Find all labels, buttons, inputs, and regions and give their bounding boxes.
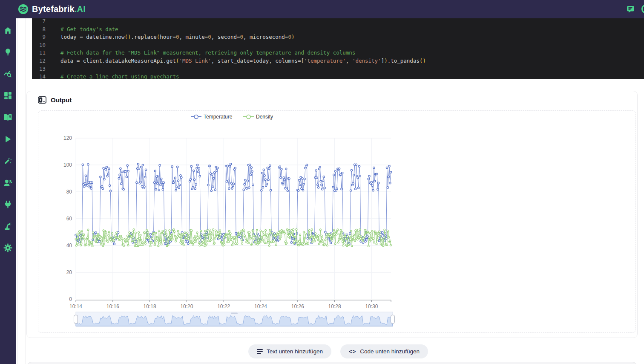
avatar[interactable] [641,4,644,14]
code-line[interactable]: 11# Fetch data for the "MDS Link" measur… [32,49,644,57]
app-window: Bytefabrik.AI [0,0,644,364]
add-code-button[interactable]: <> Code unten hinzufügen [340,344,428,358]
code-line[interactable]: 8# Get today's date [32,26,644,34]
code-line[interactable]: 7 [32,18,644,26]
svg-text:10:20: 10:20 [180,303,193,309]
text-lines-icon [257,349,263,354]
code-lines: 78# Get today's date9today = datetime.no… [32,18,644,79]
svg-text:10:24: 10:24 [254,303,267,309]
cell-border-line [17,18,18,364]
svg-text:10:22: 10:22 [217,303,230,309]
code-line[interactable]: 14# Create a line chart using pyecharts [32,73,644,79]
sidebar-item-home[interactable] [3,26,13,35]
svg-text:10:30: 10:30 [365,303,378,309]
datazoom-handle-left[interactable] [74,315,78,324]
code-line[interactable]: 9today = datetime.now().replace(hour=0, … [32,33,644,41]
chart-grid [76,138,391,299]
code-editor[interactable]: 78# Get today's date9today = datetime.no… [32,18,644,79]
svg-text:10:14: 10:14 [69,303,82,309]
svg-text:120: 120 [63,135,72,141]
add-code-label: Code unten hinzufügen [360,348,420,355]
sidebar-item-machines[interactable] [3,221,13,231]
logo[interactable]: Bytefabrik.AI [18,4,86,14]
sidebar-item-docs[interactable] [3,113,13,122]
code-line[interactable]: 12data = client.dataLakeMeasureApi.get('… [32,57,644,65]
output-header: Output [38,96,72,104]
datazoom-slider[interactable] [74,312,395,326]
svg-text:Temperature: Temperature [204,114,233,120]
svg-text:Density: Density [256,114,273,120]
add-text-label: Text unten hinzufügen [267,348,323,355]
output-title: Output [51,96,72,104]
sidebar-item-dashboard[interactable] [3,91,13,100]
sidebar-item-automation[interactable] [3,156,13,165]
svg-text:10:18: 10:18 [144,303,156,309]
cell-actions: Text unten hinzufügen <> Code unten hinz… [248,344,428,358]
svg-text:0: 0 [69,296,72,302]
svg-text:40: 40 [66,243,72,248]
sidebar-item-run[interactable] [3,134,13,144]
output-body: 02040608010012010:1410:1610:1810:2010:22… [38,110,636,333]
logo-icon [18,4,29,14]
cell-border-line-2 [25,18,26,364]
output-card: Output 02040608010012010:1410:1610:1810:… [26,91,638,338]
x-axis-labels: 10:1410:1610:1810:2010:2210:2410:2610:28… [69,303,378,309]
brand-name: Bytefabrik.AI [32,4,86,14]
series-temperature [75,163,392,245]
code-line[interactable]: 13 [32,65,644,73]
sidebar [0,18,16,364]
series-density [75,228,391,247]
x-axis [76,300,391,302]
next-cell[interactable] [26,362,638,364]
svg-text:20: 20 [66,269,72,275]
datazoom-handle-right[interactable] [391,315,395,324]
code-brackets-icon: <> [349,348,356,355]
legend-item-temperature[interactable]: Temperature [191,114,233,120]
legend-item-density[interactable]: Density [243,114,273,120]
sidebar-item-analytics[interactable] [3,69,13,78]
svg-text:80: 80 [66,189,72,195]
svg-text:100: 100 [63,162,72,168]
svg-text:10:16: 10:16 [106,303,119,309]
topbar: Bytefabrik.AI [0,0,644,18]
output-chart: 02040608010012010:1410:1610:1810:2010:22… [38,111,636,333]
svg-text:10:28: 10:28 [328,303,341,309]
add-text-button[interactable]: Text unten hinzufügen [248,344,331,358]
sidebar-item-settings[interactable] [3,243,13,252]
code-line[interactable]: 10 [32,41,644,49]
svg-text:60: 60 [66,216,72,222]
y-axis-labels: 020406080100120 [63,135,72,302]
chart-legend: TemperatureDensity [191,114,273,120]
terminal-icon [38,96,46,104]
sidebar-item-connectors[interactable] [3,199,13,209]
chat-icon[interactable] [627,5,635,13]
sidebar-item-team[interactable] [3,178,13,187]
svg-text:10:26: 10:26 [291,303,304,309]
sidebar-item-ideas[interactable] [3,47,13,57]
